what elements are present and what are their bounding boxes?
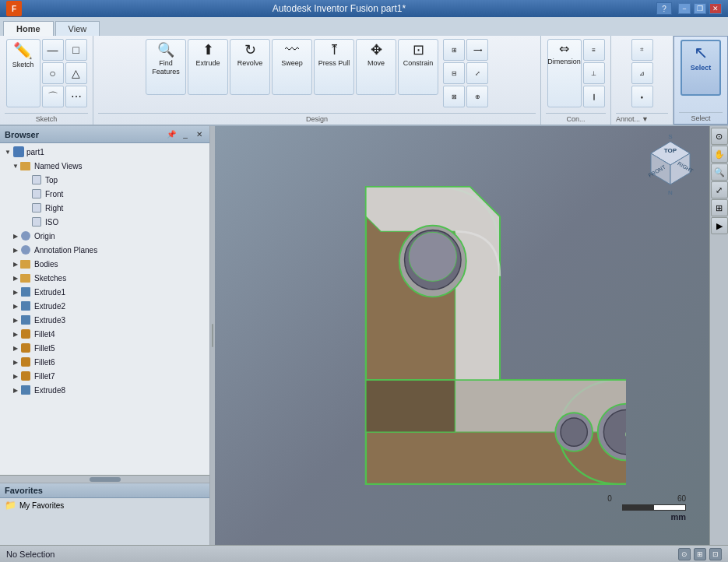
close-button[interactable]: ✕ [709,3,722,14]
design-small-4[interactable]: ⟶ [466,39,488,61]
expand-annotation-planes[interactable]: ▶ [11,245,20,255]
tree-item-named-views[interactable]: ▼ Named Views [0,159,209,173]
zoom-extents-button[interactable]: ⤢ [711,181,728,198]
design-small-1[interactable]: ⊞ [443,39,465,61]
minimize-button[interactable]: − [678,3,691,14]
part-3d-view [299,156,626,515]
annot-small-3[interactable]: ∥ [583,86,605,107]
ds2-icon: ⊟ [452,70,457,77]
view-options-button[interactable]: ⊞ [711,199,728,216]
sketch-small-6[interactable]: ⋯ [65,86,87,107]
tree-item-fillet7[interactable]: ▶ Fillet7 [0,369,209,383]
expand-fillet6[interactable]: ▶ [11,357,20,367]
tree-item-right[interactable]: Right [0,201,209,215]
expand-fillet4[interactable]: ▶ [11,329,20,339]
pan-button[interactable]: ✋ [711,146,728,163]
design-small-6[interactable]: ⊕ [466,86,488,107]
ds4-icon: ⟶ [473,47,482,54]
constrain-button[interactable]: ⊡ Constrain [398,39,438,95]
expand-fillet7[interactable]: ▶ [11,371,20,381]
move-button[interactable]: ✥ Move [356,39,396,95]
annot-dropdown-icon[interactable]: ▼ [642,115,649,123]
expand-top [22,175,31,184]
browser-min-btn[interactable]: _ [180,129,191,140]
dimension-button[interactable]: ⇔ Dimension [547,39,582,107]
window-controls: − ❐ ✕ [678,3,722,14]
annot-btn-2[interactable]: ⊿ [631,62,653,84]
sketch-small-1[interactable]: — [42,39,64,61]
extrude-button[interactable]: ⬆ Extrude [188,39,228,95]
sketch-small-4[interactable]: □ [65,39,87,61]
sketch-sm-icon-4: □ [72,44,79,55]
tree-item-fillet6[interactable]: ▶ Fillet6 [0,355,209,369]
expand-extrude3[interactable]: ▶ [11,315,20,325]
tree-item-top[interactable]: Top [0,173,209,187]
expand-extrude8[interactable]: ▶ [11,385,20,395]
find-features-button[interactable]: 🔍 Find Features [146,39,186,95]
ribbon-group-sketch: ✏️ Sketch — ○ ⌒ □ △ ⋯ Sketch [0,36,93,125]
fillet4-label: Fillet4 [34,330,55,339]
sweep-button[interactable]: 〰 Sweep [272,39,312,95]
tree-item-front[interactable]: Front [0,187,209,201]
render-button[interactable]: ▶ [711,217,728,234]
sketch-button[interactable]: ✏️ Sketch [6,39,40,107]
sketch-small-5[interactable]: △ [65,62,87,84]
design-small-5[interactable]: ⤢ [466,62,488,84]
tree-item-annotation-planes[interactable]: ▶ Annotation Planes [0,243,209,257]
design-small-3[interactable]: ⊠ [443,86,465,107]
favorites-header: Favorites [0,483,209,498]
tab-home[interactable]: Home [3,21,54,36]
expand-extrude2[interactable]: ▶ [11,301,20,311]
status-icon-3[interactable]: ⊡ [709,548,722,560]
status-icon-2[interactable]: ⊞ [694,548,706,560]
svg-point-13 [561,418,587,446]
tree-item-extrude3[interactable]: ▶ Extrude3 [0,313,209,327]
tree-item-iso[interactable]: ISO [0,215,209,229]
status-icon-1[interactable]: ⊙ [678,548,691,560]
tree-item-bodies[interactable]: ▶ Bodies [0,257,209,271]
tree-item-fillet4[interactable]: ▶ Fillet4 [0,327,209,341]
select-button[interactable]: ↖ Select [681,40,721,96]
restore-button[interactable]: ❐ [694,3,706,14]
annot-small-2[interactable]: ⊥ [583,62,605,84]
revolve-button[interactable]: ↻ Revolve [230,39,270,95]
help-button[interactable]: ? [656,2,672,15]
expand-part1[interactable]: ▼ [3,147,12,156]
revolve-icon: ↻ [244,43,256,57]
sketch-sm-icon-3: ⌒ [47,91,58,102]
main-area: Browser 📌 _ ✕ ▼ part1 ▼ Named Views [0,126,728,545]
tree-item-extrude1[interactable]: ▶ Extrude1 [0,285,209,299]
window-title: Autodesk Inventor Fusion part1* [22,3,656,14]
sketch-sm-icon-6: ⋯ [71,91,82,102]
tree-item-sketches[interactable]: ▶ Sketches [0,271,209,285]
annot-btn-1[interactable]: ⌗ [631,39,653,61]
annot-btn-3[interactable]: ⬧ [631,86,653,107]
browser-scrollbar[interactable] [0,475,209,483]
expand-sketches[interactable]: ▶ [11,273,20,283]
expand-iso [22,217,31,227]
tab-view[interactable]: View [55,21,100,36]
sketch-small-2[interactable]: ○ [42,62,64,84]
tree-item-extrude8[interactable]: ▶ Extrude8 [0,383,209,397]
orbit-button[interactable]: ⊙ [711,128,728,145]
expand-named-views[interactable]: ▼ [11,161,20,170]
tree-item-fillet5[interactable]: ▶ Fillet5 [0,341,209,355]
browser-close-btn[interactable]: ✕ [194,129,205,140]
expand-extrude1[interactable]: ▶ [11,287,20,297]
annot-small-1[interactable]: ≡ [583,39,605,61]
my-favorites-item[interactable]: 📁 My Favorites [0,498,209,512]
sketch-small-3[interactable]: ⌒ [42,86,64,107]
tree-item-part1[interactable]: ▼ part1 [0,145,209,159]
viewport-3d[interactable]: TOP FRONT RIGHT N S [215,126,709,545]
expand-bodies[interactable]: ▶ [11,259,20,269]
ds6-icon: ⊕ [475,93,480,100]
viewcube[interactable]: TOP FRONT RIGHT N S [639,134,702,196]
zoom-button[interactable]: 🔍 [711,163,728,181]
tree-item-extrude2[interactable]: ▶ Extrude2 [0,299,209,313]
tree-item-origin[interactable]: ▶ Origin [0,229,209,243]
design-small-2[interactable]: ⊟ [443,62,465,84]
press-pull-button[interactable]: ⤒ Press Pull [314,39,354,95]
expand-fillet5[interactable]: ▶ [11,343,20,353]
browser-pin-btn[interactable]: 📌 [166,129,177,140]
expand-origin[interactable]: ▶ [11,231,20,241]
